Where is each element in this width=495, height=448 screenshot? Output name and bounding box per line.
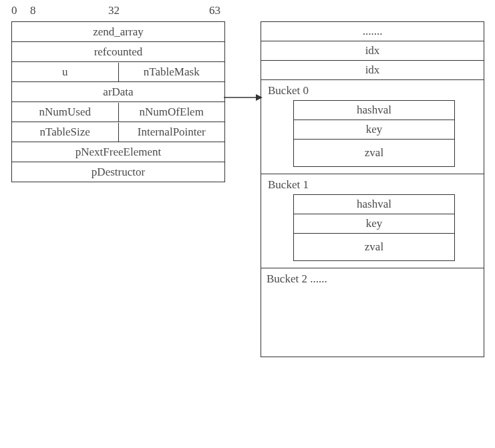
field-nnumused: nNumUsed [12,103,119,122]
ruler-32: 32 [108,4,120,17]
ruler-63: 63 [209,4,220,17]
bucket-0-label: Bucket 0 [268,84,478,97]
ruler-0: 0 [11,4,17,17]
pointer-arrow-icon [224,91,264,104]
bucket-1-label: Bucket 1 [268,178,478,192]
bucket-0-fields: hashval key zval [293,100,455,167]
bucket-2: Bucket 2 ...... [261,268,484,357]
bucket-0-hashval: hashval [294,101,454,120]
zend-array-struct: zend_array refcounted u nTableMask arDat… [11,21,225,182]
bucket-0-zval: zval [294,140,454,167]
field-refcounted: refcounted [12,43,224,61]
ruler-8: 8 [30,4,36,17]
bucket-1-key: key [294,214,454,234]
bucket-1-fields: hashval key zval [293,194,455,261]
field-u: u [12,63,119,81]
bucket-1-zval: zval [294,234,454,261]
field-ntablesize: nTableSize [12,123,119,142]
field-ardata: arData [12,83,224,101]
field-pdestructor: pDestructor [12,163,224,182]
field-pnextfreeelement: pNextFreeElement [12,143,224,162]
bucket-array-dots: ....... [261,22,484,41]
bucket-1: Bucket 1 hashval key zval [261,174,484,268]
idx-slot-1: idx [261,41,484,61]
field-ntablemask: nTableMask [119,63,225,81]
field-nnumofelem: nNumOfElem [119,103,225,122]
field-internalpointer: InternalPointer [119,123,225,142]
diagram-canvas: 0 8 32 63 zend_array refcounted u nTable… [0,0,495,448]
bucket-0-key: key [294,120,454,140]
idx-slot-2: idx [261,61,484,80]
bucket-1-hashval: hashval [294,195,454,214]
struct-title: zend_array [12,23,224,41]
bucket-array: ....... idx idx Bucket 0 hashval key zva… [261,21,484,357]
bucket-0: Bucket 0 hashval key zval [261,80,484,174]
